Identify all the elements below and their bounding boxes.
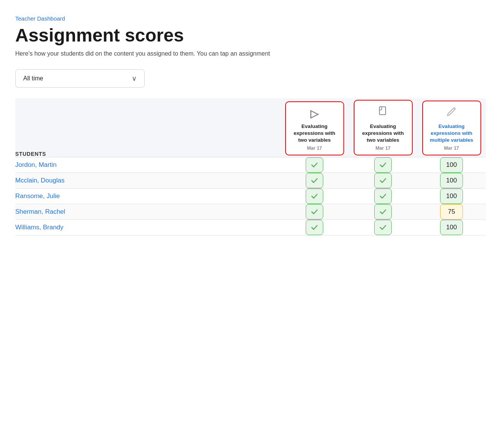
student-name-cell[interactable]: Williams, Brandy <box>15 219 280 235</box>
table-row: Sherman, Rachel75 <box>15 204 486 219</box>
score-cell <box>349 157 417 173</box>
assignment-date-3: Mar 17 <box>444 146 459 151</box>
check-badge <box>306 220 323 235</box>
assignment-title-3: Evaluating expressions with multiple var… <box>428 123 476 144</box>
check-badge <box>306 173 323 188</box>
check-badge <box>374 157 392 173</box>
time-filter-select[interactable]: All time ∨ <box>15 69 145 88</box>
score-cell <box>349 173 417 188</box>
check-badge <box>374 189 392 204</box>
student-name-cell[interactable]: Sherman, Rachel <box>15 204 280 219</box>
table-row: Jordon, Martin100 <box>15 157 486 173</box>
play-icon: ▷ <box>310 107 319 120</box>
svg-rect-2 <box>380 107 382 110</box>
check-badge <box>374 204 392 219</box>
student-name-cell[interactable]: Jordon, Martin <box>15 157 280 173</box>
assignment-card-3[interactable]: Evaluating expressions with multiple var… <box>422 101 481 155</box>
score-badge: 100 <box>440 173 463 188</box>
score-cell <box>280 219 349 235</box>
filter-label: All time <box>23 75 43 82</box>
breadcrumb[interactable]: Teacher Dashboard <box>15 15 486 22</box>
chevron-down-icon: ∨ <box>132 74 137 83</box>
assignment-header-1[interactable]: ▷ Evaluating expressions with two variab… <box>280 98 349 157</box>
score-cell <box>349 219 417 235</box>
check-badge <box>374 220 392 235</box>
check-badge <box>306 204 323 219</box>
filter-row: All time ∨ <box>15 69 486 88</box>
document-icon <box>378 106 388 120</box>
scores-table: STUDENTS ▷ Evaluating expressions with t… <box>15 98 486 235</box>
score-cell: 100 <box>417 173 486 188</box>
assignment-header-2[interactable]: Evaluating expressions with two variable… <box>349 98 417 157</box>
assignment-title-1: Evaluating expressions with two variable… <box>290 123 339 144</box>
student-name-cell[interactable]: Mcclain, Douglas <box>15 173 280 188</box>
score-cell: 100 <box>417 219 486 235</box>
score-cell: 100 <box>417 188 486 204</box>
score-cell: 100 <box>417 157 486 173</box>
score-badge: 100 <box>440 157 463 173</box>
table-row: Mcclain, Douglas100 <box>15 173 486 188</box>
assignment-card-2[interactable]: Evaluating expressions with two variable… <box>354 100 413 155</box>
students-column-header: STUDENTS <box>15 98 280 157</box>
assignment-date-1: Mar 17 <box>307 146 322 151</box>
table-header-row: STUDENTS ▷ Evaluating expressions with t… <box>15 98 486 157</box>
assignment-header-3[interactable]: Evaluating expressions with multiple var… <box>417 98 486 157</box>
score-cell <box>280 204 349 219</box>
assignment-date-2: Mar 17 <box>375 146 391 151</box>
table-row: Williams, Brandy100 <box>15 219 486 235</box>
table-row: Ransome, Julie100 <box>15 188 486 204</box>
check-badge <box>374 173 392 188</box>
assignment-card-1[interactable]: ▷ Evaluating expressions with two variab… <box>285 101 344 155</box>
score-cell <box>349 188 417 204</box>
score-cell <box>280 188 349 204</box>
score-cell: 75 <box>417 204 486 219</box>
score-badge: 100 <box>440 189 463 204</box>
page-subtitle: Here's how your students did on the cont… <box>15 50 486 57</box>
score-cell <box>280 173 349 188</box>
score-cell <box>280 157 349 173</box>
pencil-icon <box>446 107 457 120</box>
student-name-cell[interactable]: Ransome, Julie <box>15 188 280 204</box>
page-title: Assignment scores <box>15 25 486 46</box>
assignment-title-2: Evaluating expressions with two variable… <box>359 123 407 144</box>
score-badge: 75 <box>440 204 463 219</box>
score-badge: 100 <box>440 220 463 235</box>
check-badge <box>306 157 323 173</box>
check-badge <box>306 189 323 204</box>
score-cell <box>349 204 417 219</box>
